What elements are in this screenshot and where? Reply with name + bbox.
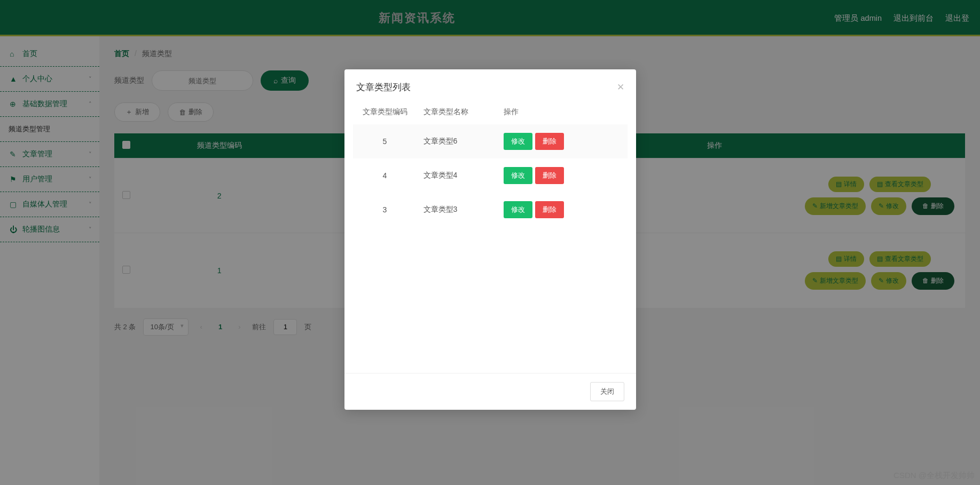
dialog-delete-button[interactable]: 删除	[535, 133, 564, 150]
dlg-cell-name: 文章类型3	[417, 193, 497, 227]
close-icon[interactable]: ✕	[617, 82, 624, 93]
article-type-dialog: 文章类型列表 ✕ 文章类型编码 文章类型名称 操作 5 文章类型6	[344, 69, 636, 410]
dialog-title: 文章类型列表	[356, 81, 411, 93]
dialog-delete-button[interactable]: 删除	[535, 201, 564, 218]
dialog-row: 4 文章类型4 修改 删除	[353, 158, 628, 193]
dlg-cell-code: 5	[353, 124, 417, 158]
dialog-row: 3 文章类型3 修改 删除	[353, 193, 628, 227]
dialog-edit-button[interactable]: 修改	[504, 133, 532, 150]
dlg-cell-name: 文章类型6	[417, 124, 497, 158]
modal-overlay[interactable]: 文章类型列表 ✕ 文章类型编码 文章类型名称 操作 5 文章类型6	[0, 0, 980, 485]
dlg-cell-code: 4	[353, 158, 417, 193]
dialog-delete-button[interactable]: 删除	[535, 167, 564, 184]
dlg-col-code: 文章类型编码	[353, 100, 417, 124]
dialog-edit-button[interactable]: 修改	[504, 167, 532, 184]
dialog-close-button[interactable]: 关闭	[590, 382, 624, 401]
dlg-col-name: 文章类型名称	[417, 100, 497, 124]
dlg-col-ops: 操作	[497, 100, 628, 124]
dialog-table: 文章类型编码 文章类型名称 操作 5 文章类型6 修改 删除	[353, 100, 628, 227]
dialog-edit-button[interactable]: 修改	[504, 201, 532, 218]
dialog-row: 5 文章类型6 修改 删除	[353, 124, 628, 158]
watermark: CSDN @全栈开发帅帅	[893, 471, 975, 481]
dlg-cell-name: 文章类型4	[417, 158, 497, 193]
dlg-cell-code: 3	[353, 193, 417, 227]
